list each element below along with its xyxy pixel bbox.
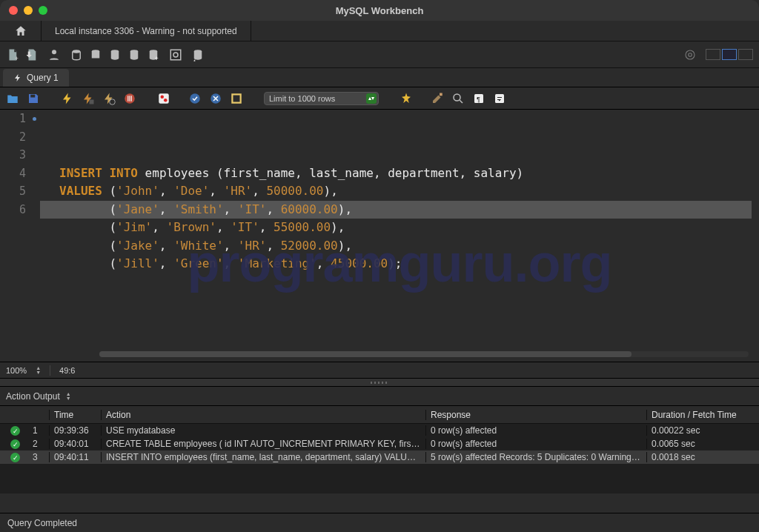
row-limit-select[interactable]: Limit to 1000 rows ▴▾ [264,92,379,105]
minimize-icon[interactable] [24,6,33,15]
admin-icon[interactable] [47,48,61,61]
status-text: Query Completed [7,518,77,528]
titlebar: MySQL Workbench [0,0,759,21]
db-users-icon[interactable] [89,48,102,61]
toggle-safe-icon[interactable] [230,92,243,105]
col-response[interactable]: Response [425,410,646,420]
db-export-icon[interactable] [108,48,122,61]
query-tab-label: Query 1 [27,73,59,83]
open-sql-file-icon[interactable] [25,48,39,61]
svg-point-12 [686,50,695,59]
svg-rect-25 [440,93,443,96]
table-row[interactable]: ✓209:40:01CREATE TABLE employees ( id IN… [0,437,759,450]
editor-footer: 100% ▲▼ 49:6 [0,362,759,378]
chevron-updown-icon[interactable]: ▲▼ [66,392,71,401]
horizontal-scrollbar[interactable] [99,351,749,357]
row-limit-label: Limit to 1000 rows [269,94,335,103]
db-import-icon[interactable] [127,48,141,61]
beautify-icon[interactable] [400,92,413,105]
svg-point-21 [190,93,200,104]
chevron-updown-icon: ▴▾ [366,93,377,104]
execute-icon[interactable] [61,92,74,105]
new-sql-file-icon[interactable]: + [6,48,19,61]
home-tab[interactable] [0,21,42,41]
stop-icon[interactable] [123,92,136,105]
sql-editor[interactable]: 1 2 3 4 5 6 INSERT INTO employees (first… [0,110,759,362]
svg-rect-24 [233,95,240,102]
connection-tabs: Local instance 3306 - Warning - not supp… [0,21,759,41]
rollback-icon[interactable] [209,92,222,105]
table-row[interactable]: ✓309:40:11INSERT INTO employees (first_n… [0,450,759,464]
query-tab[interactable]: Query 1 [3,69,69,87]
success-icon: ✓ [10,453,20,462]
success-icon: ✓ [10,426,20,436]
svg-rect-15 [90,99,94,104]
maximize-icon[interactable] [39,6,47,15]
commit-icon[interactable] [188,92,202,105]
layout-sidebar-icon[interactable] [706,49,720,60]
svg-point-13 [689,53,692,56]
query-tabstrip: Query 1 [0,68,759,87]
svg-point-1 [52,50,56,54]
chevron-updown-icon[interactable]: ▲▼ [36,366,41,375]
close-icon[interactable] [9,6,18,15]
save-script-icon[interactable] [27,92,40,105]
svg-text:¶: ¶ [477,95,480,102]
editor-code[interactable]: INSERT INTO employees (first_name, last_… [40,110,759,362]
layout-toggle[interactable] [706,49,753,60]
open-script-icon[interactable] [6,92,19,105]
dashboard-icon[interactable] [169,48,182,61]
col-action[interactable]: Action [101,410,425,420]
layout-output-icon[interactable] [722,49,737,60]
db-reverse-icon[interactable] [191,48,205,61]
query-toolbar: Limit to 1000 rows ▴▾ ¶ [0,87,759,110]
svg-point-10 [173,53,178,57]
db-status-icon[interactable] [70,48,83,61]
toggle-autocommit-icon[interactable] [157,92,170,105]
output-type-select[interactable]: Action Output [6,391,60,402]
table-header: Time Action Response Duration / Fetch Ti… [0,406,759,424]
execute-current-icon[interactable] [82,92,95,105]
col-duration[interactable]: Duration / Fetch Time [646,410,758,420]
svg-rect-4 [92,51,100,58]
settings-gear-icon[interactable] [683,48,697,61]
col-time[interactable]: Time [49,410,101,420]
main-toolbar: + + [0,41,759,68]
statusbar: Query Completed [0,513,759,532]
bolt-icon [13,73,22,82]
zoom-level[interactable]: 100% [6,366,27,375]
action-output-table: Time Action Response Duration / Fetch Ti… [0,406,759,493]
success-icon: ✓ [10,439,20,449]
editor-gutter: 1 2 3 4 5 6 [0,110,40,362]
search-icon[interactable] [451,92,465,105]
svg-text:+: + [155,54,159,61]
pane-splitter[interactable] [0,378,759,387]
svg-point-16 [110,99,116,104]
explain-icon[interactable] [102,92,116,105]
svg-point-26 [454,94,460,101]
output-panel-header: Action Output ▲▼ [0,387,759,406]
svg-rect-18 [159,93,169,104]
table-row[interactable]: ✓109:39:36USE mydatabase0 row(s) affecte… [0,424,759,437]
svg-point-20 [164,99,168,102]
svg-text:+: + [15,55,19,61]
window-title: MySQL Workbench [0,5,759,16]
svg-rect-9 [170,50,181,60]
cursor-position: 49:6 [59,366,75,375]
svg-point-19 [161,95,165,99]
svg-rect-29 [495,94,504,103]
svg-point-2 [73,50,81,53]
home-icon [14,24,27,38]
connection-tab[interactable]: Local instance 3306 - Warning - not supp… [42,21,251,41]
layout-secondary-icon[interactable] [738,49,753,60]
db-add-icon[interactable]: + [147,48,160,61]
wrap-icon[interactable] [493,92,506,105]
connection-tab-label: Local instance 3306 - Warning - not supp… [55,26,237,36]
toggle-invisible-icon[interactable]: ¶ [472,92,485,105]
find-icon[interactable] [431,92,444,105]
svg-rect-14 [30,94,35,97]
